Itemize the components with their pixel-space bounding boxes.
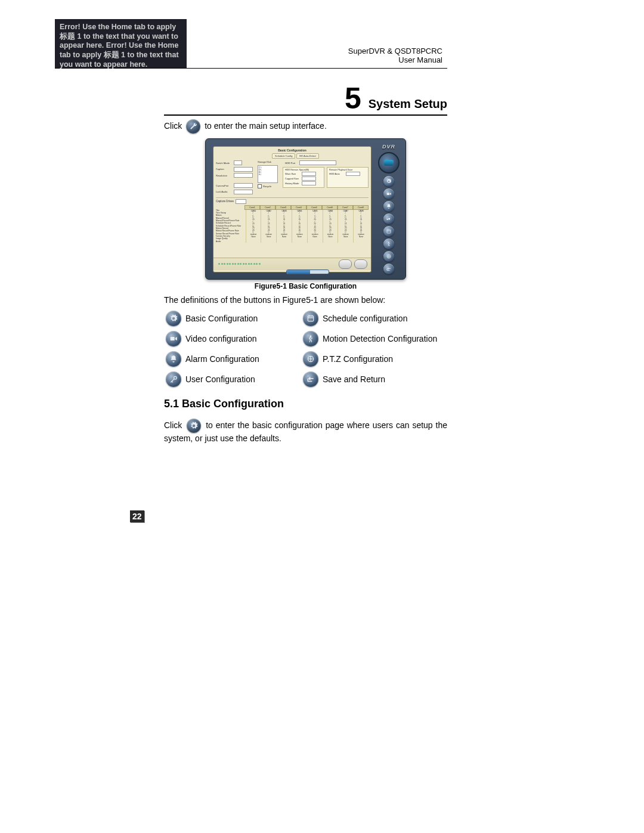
legend-alarm: Alarm Configuration — [185, 354, 299, 364]
lbl-storage: Storage Disk — [258, 160, 280, 163]
in-caption[interactable] — [234, 167, 253, 172]
col-cam8: Cam8 — [353, 205, 369, 210]
svg-rect-0 — [387, 193, 390, 195]
product-name: SuperDVR & QSDT8PCRC — [348, 47, 442, 55]
page-header: Error! Use the Home tab to apply 标题 1 to… — [55, 19, 447, 69]
key-icon — [166, 371, 181, 387]
section-5-1-body: Click to enter the basic configuration p… — [164, 419, 447, 444]
shot-window: Basic Configuration Schedule Config HD A… — [213, 146, 371, 272]
chk-recycle[interactable] — [258, 184, 262, 188]
legend-basic: Basic Configuration — [185, 314, 299, 323]
status-dots — [218, 263, 261, 265]
shot-sidebar: DVR — [376, 144, 402, 274]
shot-footer — [213, 258, 371, 270]
footer-btn-2[interactable] — [354, 259, 367, 269]
content-area: 5 System Setup Click to enter the main s… — [164, 83, 447, 453]
side-ptz-icon[interactable] — [383, 251, 394, 262]
lbl-caption: Caption — [216, 168, 233, 171]
shot-title: Basic Configuration — [213, 147, 371, 153]
page-number: 22 — [130, 510, 144, 522]
chapter-number: 5 — [345, 83, 361, 113]
side-gear-icon[interactable] — [383, 176, 394, 187]
lbl-camfmt: CameraFmt — [216, 184, 233, 187]
video-icon — [166, 331, 181, 346]
shot-tab-hdauto[interactable]: HD Auto-Detect — [296, 153, 319, 159]
col-cam6: Cam6 — [322, 205, 338, 210]
side-return-icon[interactable] — [383, 264, 394, 274]
col-cam2: Cam2 — [260, 205, 275, 210]
list-storage[interactable]: C:\ D:\ E:\ F:\ — [258, 165, 278, 183]
dvr-logo: DVR — [382, 144, 395, 150]
col-cam4: Cam4 — [291, 205, 306, 210]
lbl-history: History Mode — [285, 182, 301, 185]
in-hddauto[interactable] — [346, 172, 360, 176]
figure-screenshot: Basic Configuration Schedule Config HD A… — [205, 138, 406, 280]
in-captdrv[interactable] — [236, 199, 246, 204]
col-cam5: Cam5 — [306, 205, 322, 210]
legend-schedule: Schedule configuration — [323, 314, 447, 323]
header-error-block: Error! Use the Home tab to apply 标题 1 to… — [55, 19, 187, 68]
page: Error! Use the Home tab to apply 标题 1 to… — [0, 0, 644, 833]
sec-after: to enter the basic configuration page wh… — [164, 420, 447, 443]
lbl-warn: Warn Size — [285, 172, 301, 175]
grid-rowlabels: Title Time Stamp Motion Manual Record Ma… — [216, 210, 246, 243]
side-motion-icon[interactable] — [383, 239, 394, 249]
box-hddremain: HDD Remain Space(M) Warn Size Capped Siz… — [283, 167, 324, 188]
legend-video: Video configuration — [185, 334, 299, 343]
ptz-icon — [303, 351, 318, 367]
in-lock[interactable] — [234, 190, 253, 194]
in-history[interactable] — [302, 181, 316, 185]
definitions-line: The definitions of the buttons in Figure… — [164, 295, 447, 305]
in-capped[interactable] — [302, 176, 316, 181]
in-warn[interactable] — [302, 172, 316, 176]
side-calendar-icon[interactable] — [383, 226, 394, 237]
calendar-icon — [303, 311, 318, 326]
gear-icon-inline — [187, 419, 201, 433]
svg-rect-9 — [171, 337, 175, 340]
figure-caption: Figure5-1 Basic Configuration — [164, 282, 447, 290]
legend-ptz: P.T.Z Configuration — [323, 354, 447, 364]
in-switchmode[interactable] — [234, 160, 242, 165]
shot-tab-schedule[interactable]: Schedule Config — [272, 153, 295, 159]
in-resolution[interactable] — [234, 173, 253, 178]
lbl-box1: HDD Remain Space(M) — [285, 169, 322, 171]
side-bell-icon[interactable] — [383, 201, 394, 212]
in-hddport[interactable] — [299, 160, 336, 165]
chapter-heading: 5 System Setup — [164, 83, 447, 116]
sec-before: Click — [164, 420, 182, 430]
footer-btn-1[interactable] — [339, 259, 352, 269]
bell-icon — [166, 351, 181, 367]
box-playback: Remain Playback Save HDD Auto — [327, 167, 369, 188]
legend-motion: Motion Detection Configuration — [323, 334, 447, 343]
header-product-block: SuperDVR & QSDT8PCRC User Manual — [187, 19, 447, 68]
progress-bar — [286, 270, 329, 274]
lbl-hddport: HDD Port — [285, 162, 298, 165]
wrench-icon — [186, 119, 200, 134]
drive-f[interactable]: F:\ — [259, 174, 277, 176]
side-key-icon[interactable] — [383, 213, 394, 224]
side-video-icon[interactable] — [383, 188, 394, 199]
col-cam1: Cam1 — [244, 205, 260, 210]
svg-point-10 — [310, 335, 312, 337]
return-icon — [303, 371, 318, 387]
legend-save: Save and Return — [323, 374, 447, 384]
svg-point-12 — [174, 376, 177, 379]
in-camfmt[interactable] — [234, 183, 253, 188]
lbl-switchmode: Switch Mode — [216, 162, 233, 165]
svg-rect-1 — [387, 230, 391, 233]
legend-user: User Configuration — [185, 374, 299, 384]
intro-line: Click to enter the main setup interface. — [164, 119, 447, 134]
lbl-hddauto: HDD Auto — [329, 172, 345, 175]
svg-point-3 — [388, 241, 389, 243]
motion-icon — [303, 331, 318, 346]
section-5-1-title: 5.1 Basic Configuration — [164, 398, 447, 410]
intro-before: Click — [164, 121, 182, 131]
lbl-captdrv: Capture Drives — [216, 200, 234, 203]
dial-control[interactable] — [378, 152, 400, 174]
lbl-lock: Lock Audio — [216, 190, 233, 193]
lbl-box2: Remain Playback Save — [329, 169, 366, 171]
col-cam3: Cam3 — [275, 205, 291, 210]
intro-after: to enter the main setup interface. — [205, 121, 327, 131]
chapter-title: System Setup — [369, 97, 447, 113]
lbl-recycle: Recycle — [263, 185, 271, 188]
